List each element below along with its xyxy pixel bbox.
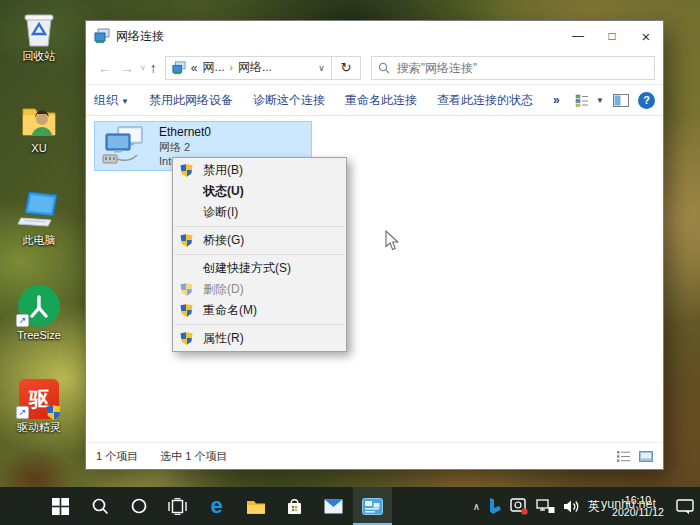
titlebar[interactable]: 网络连接 — □ × xyxy=(86,21,663,51)
address-bar[interactable]: « 网... › 网络... ∨ ↻ xyxy=(165,56,361,80)
window-title: 网络连接 xyxy=(116,28,164,45)
watermark: yunhu.net xyxy=(601,497,656,511)
uac-shield-icon xyxy=(180,283,193,296)
preview-pane-button[interactable] xyxy=(613,94,629,107)
cortana-button[interactable] xyxy=(119,487,158,525)
command-bar: 组织▼ 禁用此网络设备 诊断这个连接 重命名此连接 查看此连接的状态 » ▼ xyxy=(86,85,663,116)
menu-item-label: 属性(R) xyxy=(203,330,244,347)
menu-item-label: 诊断(I) xyxy=(203,204,238,221)
menu-item-diagnose[interactable]: 诊断(I) xyxy=(173,202,346,223)
desktop-icon-driver-genius[interactable]: 驱 ↗ 驱动精灵 xyxy=(6,375,72,433)
thumbnail-view-toggle[interactable] xyxy=(639,451,653,462)
search-input[interactable] xyxy=(395,60,648,76)
file-explorer-button[interactable] xyxy=(236,487,275,525)
refresh-button[interactable]: ↻ xyxy=(331,57,360,79)
task-view-button[interactable] xyxy=(158,487,197,525)
tray-bing-icon[interactable] xyxy=(488,498,502,514)
menu-item-bridge[interactable]: 桥接(G) xyxy=(173,230,346,251)
breadcrumb-network-connections[interactable]: 网络... xyxy=(238,59,272,76)
shortcut-arrow-icon: ↗ xyxy=(16,314,29,327)
breadcrumb-control-panel[interactable]: 网... xyxy=(203,59,225,76)
tray-capture-icon[interactable] xyxy=(510,497,528,515)
menu-item-rename[interactable]: 重命名(M) xyxy=(173,300,346,321)
menu-item-label: 创建快捷方式(S) xyxy=(203,260,291,277)
forward-button[interactable]: → xyxy=(120,61,134,75)
menu-item-label: 桥接(G) xyxy=(203,232,244,249)
mail-icon xyxy=(324,499,343,514)
treesize-icon: ↗ xyxy=(6,281,72,327)
overflow-chevron-button[interactable]: » xyxy=(553,93,560,107)
tray-volume-icon[interactable] xyxy=(563,499,580,514)
store-icon xyxy=(285,497,304,516)
breadcrumb-separator: › xyxy=(230,62,233,73)
desktop-icon-label: TreeSize xyxy=(6,329,72,341)
desktop-icon-user-folder[interactable]: XU xyxy=(6,98,72,154)
close-button[interactable]: × xyxy=(629,21,663,51)
desktop-icon-label: 驱动精灵 xyxy=(6,421,72,433)
network-connections-window-icon xyxy=(362,498,383,515)
taskbar-search-button[interactable] xyxy=(80,487,119,525)
start-button[interactable] xyxy=(41,487,80,525)
minimize-button[interactable]: — xyxy=(561,21,595,51)
menu-item-label: 删除(D) xyxy=(203,281,244,298)
address-dropdown-icon[interactable]: ∨ xyxy=(312,63,331,73)
uac-shield-icon xyxy=(180,304,193,317)
menu-separator xyxy=(175,324,344,325)
rename-connection-button[interactable]: 重命名此连接 xyxy=(345,92,417,109)
tray-network-icon[interactable] xyxy=(536,499,555,514)
network-adapter-icon xyxy=(101,125,145,167)
organize-menu-button[interactable]: 组织▼ xyxy=(94,92,129,109)
help-button[interactable]: ? xyxy=(638,92,655,109)
action-center-icon[interactable] xyxy=(676,498,694,515)
edge-button[interactable]: e xyxy=(197,487,236,525)
breadcrumb-prefix[interactable]: « xyxy=(191,61,198,75)
change-view-button[interactable]: ▼ xyxy=(575,94,604,107)
desktop-icon-this-pc[interactable]: 此电脑 xyxy=(6,190,72,246)
uac-shield-icon xyxy=(180,164,193,177)
menu-item-delete[interactable]: 删除(D) xyxy=(173,279,346,300)
search-box[interactable] xyxy=(371,56,655,80)
back-button[interactable]: ← xyxy=(98,61,112,75)
adapter-name: Ethernet0 xyxy=(159,125,309,140)
store-button[interactable] xyxy=(275,487,314,525)
desktop-icon-label: 回收站 xyxy=(6,50,72,62)
address-bar-icon xyxy=(172,61,186,75)
menu-item-label: 状态(U) xyxy=(203,183,244,200)
desktop-icon-treesize[interactable]: ↗ TreeSize xyxy=(6,281,72,341)
search-icon xyxy=(378,62,390,74)
cortana-icon xyxy=(130,497,148,515)
diagnose-connection-button[interactable]: 诊断这个连接 xyxy=(253,92,325,109)
driver-genius-icon: 驱 ↗ xyxy=(6,375,72,419)
this-pc-icon xyxy=(6,190,72,232)
up-button[interactable]: ↑ xyxy=(150,61,157,75)
mail-button[interactable] xyxy=(314,487,353,525)
selected-count: 选中 1 个项目 xyxy=(160,449,227,464)
search-icon xyxy=(91,497,109,515)
menu-item-create-shortcut[interactable]: 创建快捷方式(S) xyxy=(173,258,346,279)
view-status-button[interactable]: 查看此连接的状态 xyxy=(437,92,533,109)
disable-device-button[interactable]: 禁用此网络设备 xyxy=(149,92,233,109)
maximize-button[interactable]: □ xyxy=(595,21,629,51)
status-bar: 1 个项目 选中 1 个项目 xyxy=(86,442,663,469)
user-folder-icon xyxy=(6,98,72,140)
windows-logo-icon xyxy=(52,498,69,515)
menu-item-properties[interactable]: 属性(R) xyxy=(173,328,346,349)
menu-separator xyxy=(175,226,344,227)
hidden-icons-chevron[interactable]: ∧ xyxy=(473,501,480,512)
network-connections-taskbar-button[interactable] xyxy=(353,487,392,525)
menu-item-status[interactable]: 状态(U) xyxy=(173,181,346,202)
driver-genius-glyph: 驱 xyxy=(29,386,49,413)
mouse-cursor xyxy=(385,230,400,251)
menu-item-label: 重命名(M) xyxy=(203,302,257,319)
menu-item-disable[interactable]: 禁用(B) xyxy=(173,160,346,181)
history-dropdown-icon[interactable]: ∨ xyxy=(140,63,146,72)
ime-indicator[interactable]: 英 xyxy=(588,498,600,515)
network-connections-app-icon xyxy=(94,28,110,44)
desktop-icon-recycle-bin[interactable]: 回收站 xyxy=(6,6,72,62)
details-view-toggle[interactable] xyxy=(617,451,631,462)
menu-separator xyxy=(175,254,344,255)
caret-down-icon: ▼ xyxy=(596,96,604,105)
recycle-bin-icon xyxy=(6,6,72,48)
uac-shield-icon xyxy=(180,332,193,345)
file-explorer-icon xyxy=(246,498,266,515)
